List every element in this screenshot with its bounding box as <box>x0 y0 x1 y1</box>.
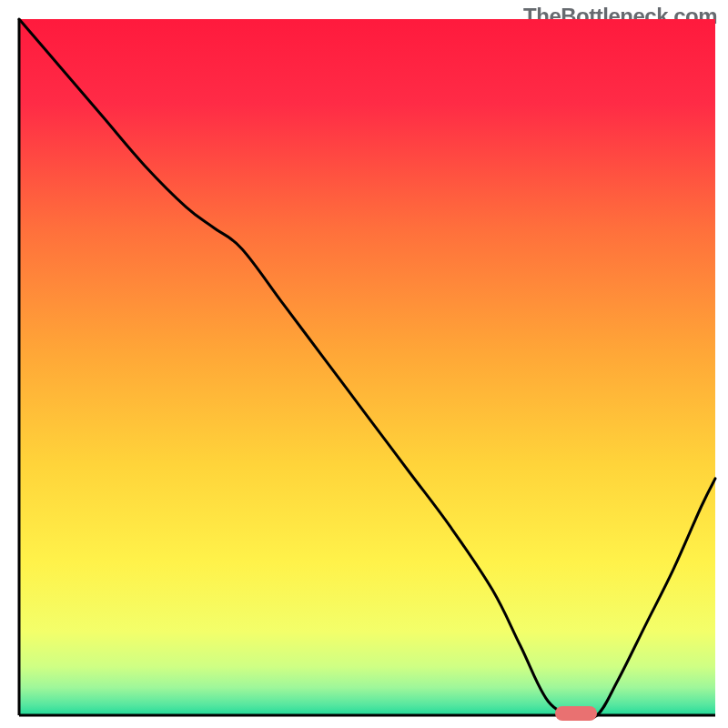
chart-canvas: TheBottleneck.com <box>0 0 728 728</box>
svg-rect-0 <box>19 19 715 715</box>
bottleneck-chart <box>0 0 728 728</box>
optimal-range-marker <box>555 706 597 721</box>
